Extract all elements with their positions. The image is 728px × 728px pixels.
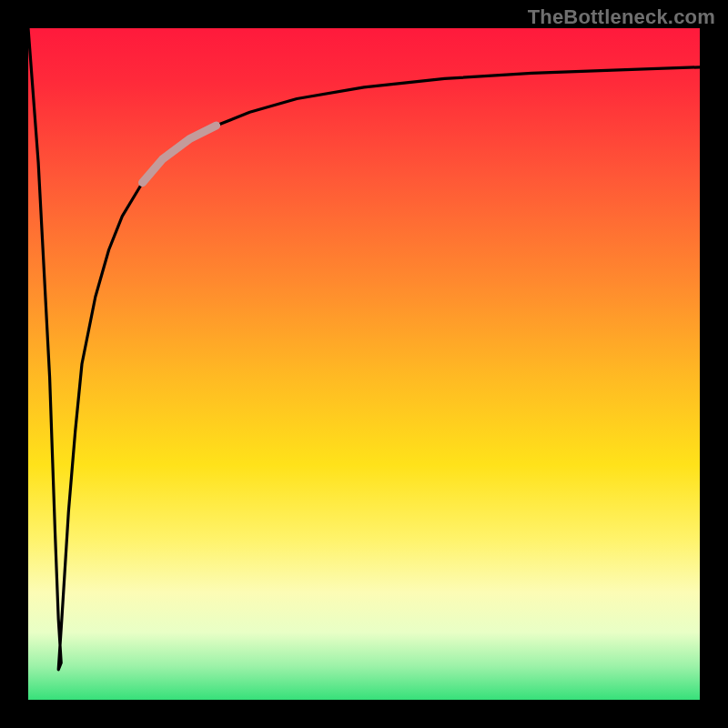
chart-frame: TheBottleneck.com [0, 0, 728, 728]
watermark-label: TheBottleneck.com [528, 5, 715, 29]
curve-layer [28, 28, 700, 700]
bottleneck-curve [28, 28, 700, 670]
highlight-segment [143, 126, 217, 183]
